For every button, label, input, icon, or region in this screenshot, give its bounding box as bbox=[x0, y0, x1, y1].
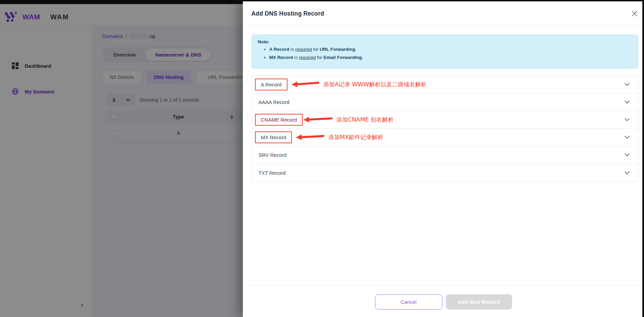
red-arrow-icon bbox=[303, 115, 332, 123]
record-label: CNAME Record bbox=[255, 114, 303, 126]
record-label: AAAA Record bbox=[258, 99, 290, 105]
annotation: 添加A记录 WWW解析以及二级域名解析 bbox=[288, 81, 427, 88]
chevron-down-icon[interactable] bbox=[625, 118, 629, 121]
add-dns-record-modal: Add DNS Hosting Record Note: A Record is… bbox=[243, 1, 644, 317]
record-label: MX Record bbox=[255, 131, 292, 143]
annotation-text: 添加CNAME 别名解析 bbox=[337, 116, 394, 124]
note-box: Note: A Record is required for URL Forwa… bbox=[251, 35, 638, 69]
accordion-row-mx-record[interactable]: MX Record 添加MX邮件记录解析 bbox=[252, 129, 638, 146]
annotation-text: 添加MX邮件记录解析 bbox=[328, 133, 383, 141]
note-bullet: MX Record is required for Email Forwardi… bbox=[269, 54, 632, 62]
red-arrow-icon bbox=[296, 133, 325, 140]
chevron-down-icon[interactable] bbox=[625, 153, 629, 156]
modal-title: Add DNS Hosting Record bbox=[251, 10, 324, 17]
modal-header: Add DNS Hosting Record bbox=[243, 1, 644, 26]
chevron-down-icon[interactable] bbox=[625, 171, 629, 174]
window-right-edge bbox=[642, 0, 644, 317]
chevron-down-icon[interactable] bbox=[625, 136, 629, 139]
accordion-row-aaaa-record[interactable]: AAAA Record bbox=[252, 93, 638, 111]
accordion-row-cname-record[interactable]: CNAME Record 添加CNAME 别名解析 bbox=[252, 111, 638, 129]
annotation-text: 添加A记录 WWW解析以及二级域名解析 bbox=[323, 81, 427, 88]
add-new-record-button[interactable]: Add New Record bbox=[446, 294, 512, 310]
screen: WAM WAM Dashboard bbox=[0, 0, 644, 317]
record-type-accordion: A Record 添加A记录 WWW解析以及二级域名解析 AAAA Record bbox=[251, 76, 639, 182]
record-label: TXT Record bbox=[258, 170, 286, 176]
annotation: 添加CNAME 别名解析 bbox=[303, 116, 394, 124]
note-bullet: A Record is required for URL Forwarding. bbox=[269, 45, 632, 54]
annotation: 添加MX邮件记录解析 bbox=[292, 133, 383, 141]
chevron-down-icon[interactable] bbox=[625, 83, 629, 86]
cancel-button[interactable]: Cancel bbox=[375, 294, 442, 310]
red-arrow-icon bbox=[291, 80, 319, 88]
record-label: A Record bbox=[255, 79, 288, 90]
chevron-down-icon[interactable] bbox=[625, 101, 629, 104]
modal-footer: Cancel Add New Record bbox=[243, 286, 644, 317]
note-heading: Note: bbox=[258, 39, 632, 44]
record-label: SRV Record bbox=[258, 152, 286, 158]
accordion-row-txt-record[interactable]: TXT Record bbox=[252, 164, 638, 182]
accordion-row-srv-record[interactable]: SRV Record bbox=[252, 146, 638, 164]
accordion-row-a-record[interactable]: A Record 添加A记录 WWW解析以及二级域名解析 bbox=[252, 76, 638, 93]
close-icon[interactable] bbox=[630, 9, 639, 18]
